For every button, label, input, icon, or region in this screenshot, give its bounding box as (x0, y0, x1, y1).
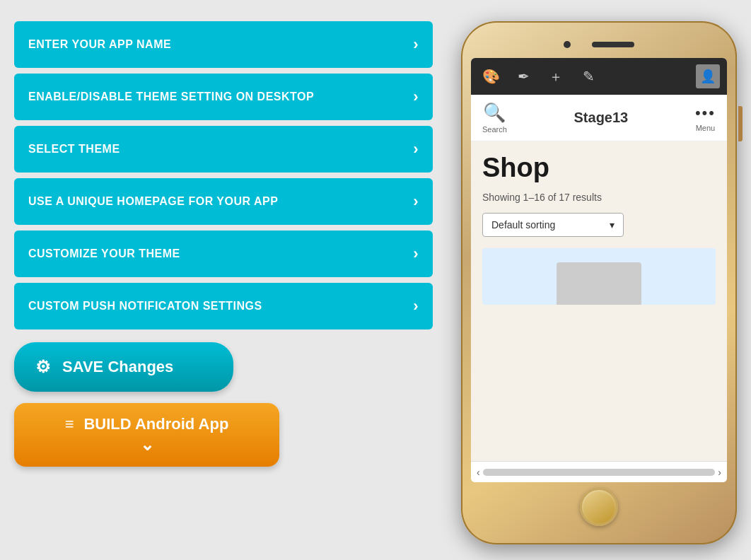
menu-item-customize-theme[interactable]: CUSTOMIZE YOUR THEME › (14, 231, 433, 277)
chevron-icon-4: › (413, 245, 419, 263)
chevron-icon-1: › (413, 88, 419, 106)
toolbar-palette-icon[interactable]: 🎨 (478, 64, 503, 89)
phone-mockup: 🎨 ✒ ＋ ✎ 👤 🔍 Search Stage13 ••• Menu (461, 21, 737, 544)
menu-item-theme-setting[interactable]: ENABLE/DISABLE THEME SETTING ON DESKTOP … (14, 74, 433, 120)
phone-home-button[interactable] (580, 488, 618, 526)
phone-scroll-bar: ‹ › (471, 461, 727, 482)
phone-toolbar: 🎨 ✒ ＋ ✎ 👤 (471, 58, 727, 95)
menu-button[interactable]: ••• Menu (695, 104, 716, 132)
sort-dropdown[interactable]: Default sorting ▾ (482, 213, 624, 237)
scroll-track[interactable] (483, 469, 716, 476)
phone-side-button (738, 106, 743, 141)
toolbar-pen-icon[interactable]: ✒ (511, 64, 536, 89)
menu-label: Menu (696, 124, 716, 132)
search-icon: 🔍 (483, 102, 506, 124)
shop-page-title: Shop (482, 153, 716, 183)
chevron-icon-0: › (413, 35, 419, 54)
save-button-label: SAVE Changes (62, 358, 173, 376)
build-icon: ≡ (65, 415, 74, 433)
build-button-label: BUILD Android App (83, 415, 228, 433)
menu-item-customize-theme-label: CUSTOMIZE YOUR THEME (28, 247, 180, 260)
sort-dropdown-label: Default sorting (491, 219, 555, 231)
menu-item-app-name-label: ENTER YOUR APP NAME (28, 38, 171, 51)
save-icon: ⚙ (35, 357, 51, 377)
menu-item-select-theme-label: SELECT THEME (28, 143, 120, 156)
left-panel: ENTER YOUR APP NAME › ENABLE/DISABLE THE… (14, 14, 433, 467)
right-panel: 🎨 ✒ ＋ ✎ 👤 🔍 Search Stage13 ••• Menu (461, 14, 737, 544)
menu-item-unique-homepage[interactable]: USE A UNIQUE HOMEPAGE FOR YOUR APP › (14, 178, 433, 225)
menu-item-push-notifications[interactable]: CUSTOM PUSH NOTIFICATON SETTINGS › (14, 283, 433, 329)
toolbar-edit-icon[interactable]: ✎ (576, 64, 601, 89)
phone-home-area (471, 482, 727, 532)
phone-screen: 🎨 ✒ ＋ ✎ 👤 🔍 Search Stage13 ••• Menu (471, 58, 727, 482)
dots-icon: ••• (695, 104, 716, 122)
phone-top-bar (471, 34, 727, 55)
phone-nav-bar: 🔍 Search Stage13 ••• Menu (471, 95, 727, 141)
menu-item-theme-setting-label: ENABLE/DISABLE THEME SETTING ON DESKTOP (28, 91, 314, 103)
search-button[interactable]: 🔍 Search (482, 102, 507, 134)
menu-item-app-name[interactable]: ENTER YOUR APP NAME › (14, 21, 433, 68)
menu-item-push-notifications-label: CUSTOM PUSH NOTIFICATON SETTINGS (28, 300, 262, 313)
build-chevron-icon: ⌄ (140, 435, 154, 455)
sort-dropdown-arrow: ▾ (610, 219, 615, 231)
chevron-icon-2: › (413, 140, 419, 158)
chevron-icon-3: › (413, 192, 419, 211)
search-label: Search (482, 125, 507, 134)
result-count: Showing 1–16 of 17 results (482, 192, 716, 203)
chevron-icon-5: › (413, 297, 419, 315)
phone-camera (564, 41, 571, 48)
build-button[interactable]: ≡ BUILD Android App ⌄ (14, 403, 279, 467)
toolbar-avatar[interactable]: 👤 (696, 64, 720, 88)
product-image-placeholder (557, 262, 641, 305)
menu-item-unique-homepage-label: USE A UNIQUE HOMEPAGE FOR YOUR APP (28, 195, 278, 208)
menu-item-select-theme[interactable]: SELECT THEME › (14, 126, 433, 173)
save-button[interactable]: ⚙ SAVE Changes (14, 342, 233, 392)
scroll-right-arrow[interactable]: › (718, 467, 721, 478)
product-area (482, 248, 716, 305)
build-button-top-row: ≡ BUILD Android App (65, 415, 229, 433)
scroll-left-arrow[interactable]: ‹ (477, 467, 480, 478)
phone-speaker (592, 42, 634, 47)
toolbar-add-icon[interactable]: ＋ (543, 64, 569, 89)
site-title: Stage13 (507, 110, 695, 126)
phone-content: Shop Showing 1–16 of 17 results Default … (471, 141, 727, 461)
